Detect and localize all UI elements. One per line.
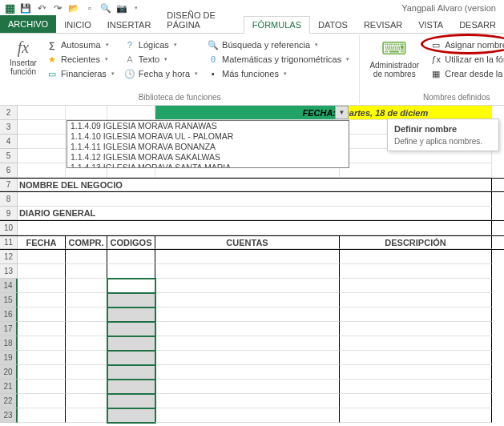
dropdown-option[interactable]: 1.1.4.13 IGLESIA MORAVA SANTA MARIA <box>67 163 349 168</box>
camera-icon[interactable]: 📷 <box>115 2 128 14</box>
row-header[interactable]: 10 <box>0 221 18 235</box>
row-header[interactable]: 12 <box>0 250 18 264</box>
cell[interactable] <box>66 293 107 307</box>
text-button[interactable]: ATexto▾ <box>121 53 201 66</box>
dropdown-button[interactable]: ▼ <box>335 106 349 119</box>
insert-function-button[interactable]: fx Insertar función <box>5 37 42 91</box>
row-header[interactable]: 21 <box>0 380 18 394</box>
selected-cell[interactable] <box>107 380 155 394</box>
selected-cell[interactable] <box>107 408 155 423</box>
col-compr-header[interactable]: COMPR. <box>66 236 107 249</box>
name-manager-button[interactable]: ⌨ Administrador de nombres <box>365 37 424 91</box>
cell[interactable] <box>18 149 66 163</box>
recent-button[interactable]: ★Recientes▾ <box>43 53 118 66</box>
cell[interactable] <box>155 351 340 365</box>
row-header[interactable]: 19 <box>0 351 18 365</box>
tab-insertar[interactable]: INSERTAR <box>99 17 159 33</box>
cell[interactable] <box>340 307 492 322</box>
tab-diseno[interactable]: DISEÑO DE PÁGINA <box>159 7 244 33</box>
cell[interactable] <box>340 365 492 380</box>
cell[interactable] <box>155 322 340 336</box>
qat-customize-icon[interactable]: ▾ <box>130 2 143 14</box>
selected-cell[interactable] <box>107 307 155 322</box>
cell[interactable] <box>18 264 66 279</box>
cell[interactable] <box>18 135 66 149</box>
redo-icon[interactable]: ↷▾ <box>51 2 64 14</box>
cell[interactable] <box>340 293 492 307</box>
datetime-button[interactable]: 🕓Fecha y hora▾ <box>121 67 201 80</box>
cell[interactable] <box>340 394 492 408</box>
row-header[interactable]: 13 <box>0 264 18 279</box>
cell[interactable] <box>155 336 340 351</box>
tab-vista[interactable]: VISTA <box>410 17 451 33</box>
cell[interactable] <box>66 336 107 351</box>
cell[interactable] <box>340 336 492 351</box>
validation-dropdown-list[interactable]: 1.1.4.09 IGLESIA MORAVA RANAWAS 1.1.4.10… <box>67 120 349 168</box>
selected-cell[interactable] <box>107 322 155 336</box>
cell[interactable] <box>155 307 340 322</box>
cell[interactable] <box>66 351 107 365</box>
cell[interactable] <box>66 279 107 293</box>
diario-general-cell[interactable]: DIARIO GENERAL <box>18 207 492 220</box>
excel-icon[interactable]: ▦ <box>3 2 16 14</box>
selected-cell[interactable] <box>107 293 155 307</box>
cell[interactable] <box>18 192 492 207</box>
row-header[interactable]: 3 <box>0 120 18 135</box>
cell[interactable] <box>155 365 340 380</box>
cell[interactable] <box>66 394 107 408</box>
cell[interactable] <box>66 250 107 264</box>
assign-name-button[interactable]: ▭Asignar nombre▾ <box>427 38 504 51</box>
cell[interactable] <box>66 106 107 120</box>
preview-icon[interactable]: 🔍 <box>99 2 112 14</box>
row-header[interactable]: 23 <box>0 408 18 423</box>
tab-desarrollador[interactable]: DESARR <box>451 17 504 33</box>
create-from-selection-button[interactable]: ▦Crear desde la selección <box>427 67 504 80</box>
tab-inicio[interactable]: INICIO <box>56 17 99 33</box>
logical-button[interactable]: ?Lógicas▾ <box>121 38 201 51</box>
cell[interactable] <box>155 264 340 279</box>
nombre-negocio-cell[interactable]: NOMBRE DEL NEGOCIO <box>18 179 492 191</box>
row-header[interactable]: 20 <box>0 365 18 380</box>
cell[interactable] <box>18 380 66 394</box>
cell[interactable] <box>340 163 492 178</box>
dropdown-option[interactable]: 1.1.4.09 IGLESIA MORAVA RANAWAS <box>67 121 349 131</box>
selected-cell[interactable] <box>107 351 155 365</box>
cell[interactable] <box>340 279 492 293</box>
financial-button[interactable]: ▭Financieras▾ <box>43 67 118 80</box>
more-functions-button[interactable]: ▪Más funciones▾ <box>204 67 353 80</box>
col-descripcion-header[interactable]: DESCRIPCIÓN <box>340 236 492 249</box>
row-header[interactable]: 6 <box>0 163 18 178</box>
cell[interactable] <box>340 408 492 423</box>
cell[interactable] <box>340 322 492 336</box>
cell[interactable] <box>340 351 492 365</box>
cell[interactable] <box>340 250 492 264</box>
row-header[interactable]: 14 <box>0 279 18 293</box>
cell[interactable] <box>155 250 340 264</box>
row-header[interactable]: 18 <box>0 336 18 351</box>
cell[interactable] <box>66 365 107 380</box>
cell[interactable] <box>155 380 340 394</box>
col-codigos-header[interactable]: CODIGOS <box>107 236 155 249</box>
tab-datos[interactable]: DATOS <box>310 17 356 33</box>
dropdown-option[interactable]: 1.1.4.12 IGLESIA MORAVA SAKALWAS <box>67 152 349 163</box>
cell[interactable] <box>18 293 66 307</box>
cell[interactable] <box>66 264 107 279</box>
autosum-button[interactable]: ∑Autosuma▾ <box>43 38 118 51</box>
row-header[interactable]: 8 <box>0 192 18 207</box>
row-header[interactable]: 17 <box>0 322 18 336</box>
cell[interactable] <box>107 264 155 279</box>
open-icon[interactable]: 📂 <box>67 2 80 14</box>
cell[interactable] <box>18 351 66 365</box>
tab-file[interactable]: ARCHIVO <box>0 15 56 33</box>
row-header[interactable]: 5 <box>0 149 18 163</box>
fecha-label-cell[interactable]: FECHA: <box>155 106 340 120</box>
lookup-button[interactable]: 🔍Búsqueda y referencia▾ <box>204 38 353 51</box>
col-fecha-header[interactable]: FECHA <box>18 236 66 249</box>
cell[interactable] <box>18 322 66 336</box>
cell[interactable] <box>66 307 107 322</box>
undo-icon[interactable]: ↶▾ <box>35 2 48 14</box>
new-icon[interactable]: ▫ <box>83 2 96 14</box>
worksheet[interactable]: 2 FECHA: martes, 18 de diciem ▼ 1.1.4.09… <box>0 106 504 423</box>
cell[interactable] <box>18 106 66 120</box>
row-header[interactable]: 4 <box>0 135 18 149</box>
